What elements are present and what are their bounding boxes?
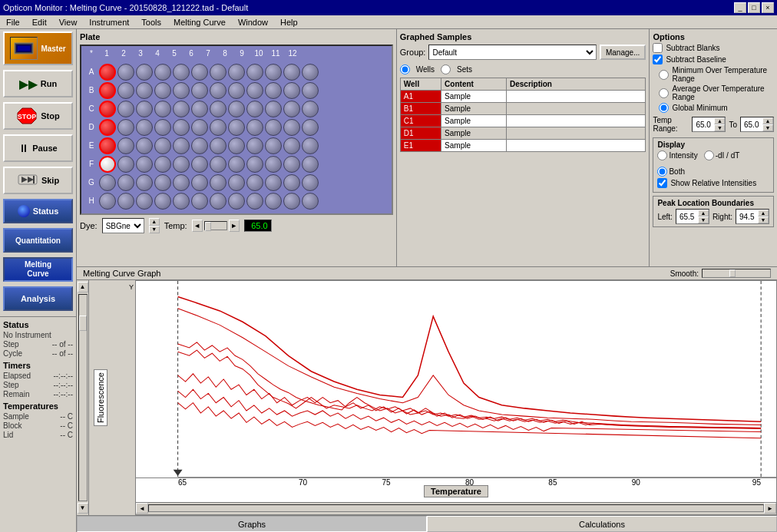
status-nav-button[interactable]: Status (3, 199, 73, 223)
quantitation-nav-button[interactable]: Quantitation (3, 228, 73, 253)
graph-plot[interactable] (135, 280, 777, 478)
right-down-button[interactable]: ▼ (758, 216, 769, 223)
well-E10[interactable] (265, 137, 282, 154)
y-scroll-track[interactable] (78, 294, 88, 501)
both-radio[interactable] (657, 167, 667, 177)
well-B1[interactable] (99, 82, 116, 99)
menu-help[interactable]: Help (277, 17, 301, 28)
well-B8[interactable] (228, 82, 245, 99)
well-C7[interactable] (210, 101, 226, 117)
well-F2[interactable] (117, 156, 134, 173)
well-A3[interactable] (136, 64, 153, 81)
table-row[interactable]: E1Sample (400, 140, 646, 152)
sets-radio[interactable] (441, 64, 451, 74)
well-F1[interactable] (99, 156, 116, 173)
well-E8[interactable] (228, 137, 245, 154)
maximize-button[interactable]: □ (748, 2, 760, 13)
well-G7[interactable] (210, 174, 226, 191)
well-H2[interactable] (117, 193, 134, 210)
min-over-temp-radio[interactable] (659, 70, 669, 80)
h-scroll-track[interactable] (148, 504, 764, 512)
well-A5[interactable] (173, 64, 190, 81)
well-B9[interactable] (246, 82, 263, 99)
well-E11[interactable] (283, 137, 300, 154)
dye-dropdown[interactable]: SBGne (102, 218, 144, 233)
y-scroll-up-button[interactable]: ▲ (78, 282, 88, 292)
well-G4[interactable] (154, 174, 171, 191)
well-C12[interactable] (302, 101, 319, 117)
well-G6[interactable] (191, 174, 208, 191)
well-D9[interactable] (246, 119, 263, 136)
well-E2[interactable] (117, 137, 134, 154)
well-G5[interactable] (173, 174, 190, 191)
well-A12[interactable] (302, 64, 319, 81)
dye-down-button[interactable]: ▼ (149, 226, 160, 233)
well-E6[interactable] (191, 137, 208, 154)
well-G1[interactable] (99, 174, 116, 191)
well-C8[interactable] (228, 101, 245, 117)
skip-button[interactable]: Skip (3, 167, 73, 194)
minimize-button[interactable]: _ (734, 2, 746, 13)
temp-right-button[interactable]: ► (229, 220, 240, 232)
menu-file[interactable]: File (3, 17, 23, 28)
well-A6[interactable] (191, 64, 208, 81)
well-A2[interactable] (117, 64, 134, 81)
well-C2[interactable] (117, 101, 134, 117)
well-A11[interactable] (283, 64, 300, 81)
well-E1[interactable] (99, 137, 116, 154)
well-D10[interactable] (265, 119, 282, 136)
global-min-radio[interactable] (659, 103, 669, 113)
master-button[interactable]: Master (3, 31, 73, 65)
well-A1[interactable] (99, 64, 116, 81)
well-B10[interactable] (265, 82, 282, 99)
menu-tools[interactable]: Tools (138, 17, 164, 28)
well-H5[interactable] (173, 193, 190, 210)
group-dropdown[interactable]: Default (428, 45, 596, 60)
well-B3[interactable] (136, 82, 153, 99)
well-H9[interactable] (246, 193, 263, 210)
well-E7[interactable] (210, 137, 226, 154)
subtract-baseline-checkbox[interactable] (653, 55, 663, 64)
well-D8[interactable] (228, 119, 245, 136)
well-C5[interactable] (173, 101, 190, 117)
left-down-button[interactable]: ▼ (698, 216, 709, 223)
intensity-radio[interactable] (657, 150, 667, 160)
calculations-tab[interactable]: Calculations (427, 516, 777, 532)
temp-from-up-button[interactable]: ▲ (714, 117, 725, 124)
avg-over-temp-radio[interactable] (659, 88, 669, 98)
table-row[interactable]: A1Sample (400, 91, 646, 103)
well-C11[interactable] (283, 101, 300, 117)
analysis-nav-button[interactable]: Analysis (3, 286, 73, 311)
h-scroll-left-button[interactable]: ◄ (136, 503, 148, 514)
well-D6[interactable] (191, 119, 208, 136)
show-relative-checkbox[interactable] (657, 178, 667, 188)
well-B5[interactable] (173, 82, 190, 99)
well-H11[interactable] (283, 193, 300, 210)
well-G9[interactable] (246, 174, 263, 191)
close-button[interactable]: × (762, 2, 774, 13)
well-G3[interactable] (136, 174, 153, 191)
well-F10[interactable] (265, 156, 282, 173)
menu-window[interactable]: Window (235, 17, 271, 28)
run-button[interactable]: ▶▶ Run (3, 70, 73, 97)
well-H3[interactable] (136, 193, 153, 210)
well-C6[interactable] (191, 101, 208, 117)
well-H10[interactable] (265, 193, 282, 210)
menu-melting-curve[interactable]: Melting Curve (170, 17, 229, 28)
well-D1[interactable] (99, 119, 116, 136)
right-up-button[interactable]: ▲ (758, 210, 769, 216)
left-up-button[interactable]: ▲ (698, 210, 709, 216)
well-H12[interactable] (302, 193, 319, 210)
well-E4[interactable] (154, 137, 171, 154)
well-G10[interactable] (265, 174, 282, 191)
well-C10[interactable] (265, 101, 282, 117)
well-H6[interactable] (191, 193, 208, 210)
well-C9[interactable] (246, 101, 263, 117)
graphs-tab[interactable]: Graphs (77, 516, 427, 532)
wells-radio[interactable] (400, 64, 410, 74)
well-G11[interactable] (283, 174, 300, 191)
well-B7[interactable] (210, 82, 226, 99)
well-A9[interactable] (246, 64, 263, 81)
well-A8[interactable] (228, 64, 245, 81)
well-F11[interactable] (283, 156, 300, 173)
